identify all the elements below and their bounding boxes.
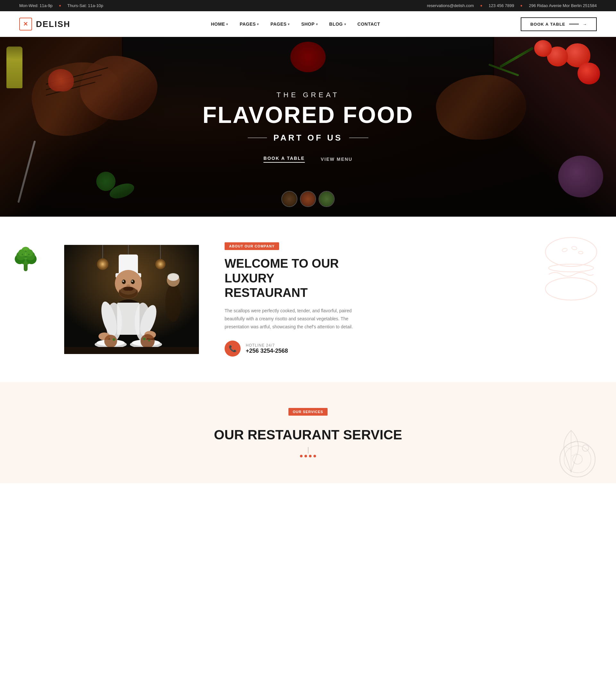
svg-point-10 [25,250,27,252]
phone: 123 456 7899 [489,3,514,8]
separator1: ◆ [59,4,61,7]
svg-point-58 [545,277,597,300]
svg-point-23 [167,273,179,281]
tagline-line-left [248,138,267,138]
chef-background [64,245,199,354]
hero-thumbnails [281,191,335,207]
svg-point-34 [122,279,126,284]
hero-view-menu-btn[interactable]: VIEW MENU [321,156,353,162]
nav-pages2[interactable]: PAGES ▾ [270,21,290,27]
about-heading: WELCOME TO OUR LUXURY RESTAURANT [225,256,359,301]
burger-outline-decoration [539,236,603,308]
about-chef-image [64,245,199,354]
services-divider [38,447,578,457]
nav-blog-label: BLOG [329,21,343,27]
services-header: OUR SERVICES OUR RESTAURANT SERVICE [38,408,578,457]
plate-icon [558,440,597,478]
svg-point-36 [123,280,124,282]
nav-pages2-label: PAGES [270,21,286,27]
hotline-text: HOTLINE 24/7 +256 3254-2568 [246,343,288,354]
broccoli-decoration [10,242,42,276]
nav-pages2-arrow: ▾ [288,22,290,26]
hero-section: THE GREAT FLAVORED FOOD PART OF US BOOK … [0,37,616,217]
schedule1: Mon-Wed: 11a-9p [19,3,52,8]
about-text: ABOUT OUR COMPANY WELCOME TO OUR LUXURY … [225,242,359,357]
svg-point-51 [140,334,155,348]
top-bar-left: Mon-Wed: 11a-9p ◆ Thurs-Sat: 11a-10p [19,3,103,8]
book-btn-line [569,24,579,24]
circle-decoration [558,440,597,480]
nav-contact[interactable]: CONTACT [357,21,380,27]
svg-point-11 [22,254,23,255]
about-heading-line1: WELCOME TO OUR [225,257,339,270]
burger-outline-icon [539,236,603,307]
nav-home[interactable]: HOME ▾ [211,21,228,27]
nav-contact-link[interactable]: CONTACT [357,21,380,27]
nav-blog-link[interactable]: BLOG ▾ [329,21,346,27]
top-bar-right: reservations@delish.com ◆ 123 456 7899 ◆… [427,3,597,8]
nav-blog-arrow: ▾ [344,22,346,26]
dot-1 [300,455,302,457]
svg-point-35 [131,279,135,284]
about-heading-line2: LUXURY RESTAURANT [225,271,308,300]
nav-pages1-link[interactable]: PAGES ▾ [240,21,259,27]
nav-pages1-arrow: ▾ [257,22,259,26]
hero-thumb-2[interactable] [300,191,316,207]
hero-thumb-1[interactable] [281,191,297,207]
hero-thumb-3[interactable] [319,191,335,207]
svg-point-60 [572,246,577,250]
about-badge: ABOUT OUR COMPANY [225,242,279,250]
book-table-button[interactable]: BOOK A TABLE → [521,17,597,31]
logo[interactable]: ✕ DELISH [19,18,70,30]
hero-title: FLAVORED FOOD [203,102,413,128]
nav-contact-label: CONTACT [357,21,380,27]
svg-point-66 [560,442,595,477]
book-table-label: BOOK A TABLE [530,22,565,27]
hero-subtitle: THE GREAT [203,91,413,99]
hotline: 📞 HOTLINE 24/7 +256 3254-2568 [225,341,359,357]
logo-text: DELISH [36,19,70,29]
separator2: ◆ [480,4,482,7]
svg-point-8 [18,249,25,256]
hero-content: THE GREAT FLAVORED FOOD PART OF US BOOK … [203,91,413,163]
book-btn-arrow: → [583,22,587,27]
svg-point-68 [573,454,582,464]
tagline-line-right [349,138,368,138]
svg-rect-28 [117,303,140,335]
chef-illustration [64,245,199,354]
svg-point-9 [26,249,33,256]
svg-point-15 [97,258,108,270]
dot-2 [304,455,307,457]
nav-home-link[interactable]: HOME ▾ [211,21,228,27]
nav-shop[interactable]: SHOP ▾ [301,21,318,27]
broccoli-icon [10,242,42,274]
top-bar: Mon-Wed: 11a-9p ◆ Thurs-Sat: 11a-10p res… [0,0,616,11]
nav-home-label: HOME [211,21,225,27]
nav-links: HOME ▾ PAGES ▾ PAGES ▾ SHOP ▾ BLOG [211,21,380,27]
nav-blog[interactable]: BLOG ▾ [329,21,346,27]
svg-point-41 [126,287,133,291]
svg-point-53 [143,338,146,340]
services-badge: OUR SERVICES [288,408,328,416]
nav-pages1-label: PAGES [240,21,256,27]
separator3: ◆ [520,4,522,7]
hero-book-table-btn[interactable]: BOOK A TABLE [263,156,304,163]
svg-point-61 [579,251,583,254]
navbar: ✕ DELISH HOME ▾ PAGES ▾ PAGES ▾ SHOP ▾ [0,11,616,37]
svg-point-69 [582,445,589,451]
nav-pages2-link[interactable]: PAGES ▾ [270,21,290,27]
nav-shop-arrow: ▾ [316,22,318,26]
svg-point-56 [545,237,597,266]
hero-buttons: BOOK A TABLE VIEW MENU [203,156,413,163]
nav-shop-link[interactable]: SHOP ▾ [301,21,318,27]
hotline-icon: 📞 [225,341,241,357]
svg-point-21 [165,284,181,322]
services-section: OUR SERVICES OUR RESTAURANT SERVICE [0,382,616,483]
hotline-label: HOTLINE 24/7 [246,343,288,348]
services-heading: OUR RESTAURANT SERVICE [38,427,578,443]
nav-pages1[interactable]: PAGES ▾ [240,21,259,27]
tagline-text: PART OF US [273,133,343,143]
svg-point-54 [148,340,150,341]
schedule2: Thurs-Sat: 11a-10p [68,3,103,8]
svg-point-67 [564,446,591,473]
